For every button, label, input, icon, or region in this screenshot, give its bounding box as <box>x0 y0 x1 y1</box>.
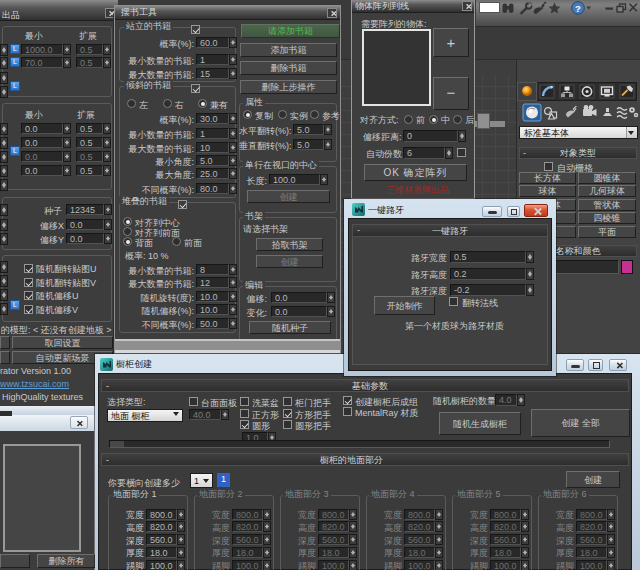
svg-text:?: ? <box>575 3 581 14</box>
